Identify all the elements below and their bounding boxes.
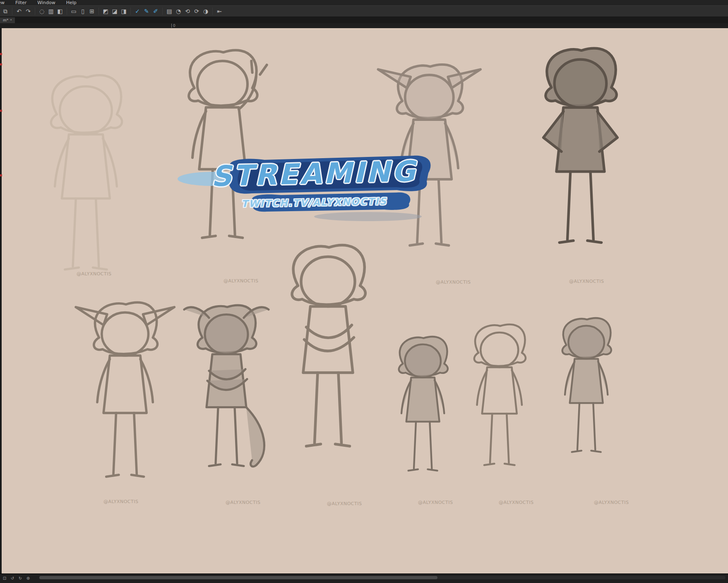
watermark: @ALYXNOCTIS <box>594 500 629 505</box>
modified-dot-icon: • <box>10 17 12 23</box>
diagonal-square-b-icon[interactable]: ◪ <box>110 7 119 16</box>
rotate-cw-icon[interactable]: ⟳ <box>192 7 201 16</box>
rotate-cw-icon[interactable]: ↻ <box>17 575 24 582</box>
toolbar-separator <box>12 7 12 15</box>
character-sketch-10 <box>544 288 627 507</box>
status-bar: ⊡ ↺ ↻ ⊕ <box>0 573 728 583</box>
banner-title: STREAMING <box>190 154 439 193</box>
diagonal-square-a-icon[interactable]: ◩ <box>101 7 110 16</box>
horizontal-scrollbar[interactable] <box>39 576 726 579</box>
red-marker <box>0 110 2 112</box>
undo-icon[interactable]: ↶ <box>14 7 24 16</box>
dotted-circle-icon[interactable]: ◌ <box>37 7 46 16</box>
watermark: @ALYXNOCTIS <box>327 501 362 506</box>
character-sketch-9 <box>455 304 542 511</box>
character-sketch-6 <box>68 298 180 513</box>
document-tab-label: m* <box>3 17 8 23</box>
grid-square-icon[interactable]: ▥ <box>46 7 55 16</box>
red-marker <box>0 63 2 65</box>
red-marker <box>0 174 2 176</box>
toolbar-separator <box>99 7 99 15</box>
toolbar-separator <box>212 7 213 15</box>
horizontal-scrollbar-thumb[interactable] <box>39 576 437 579</box>
watermark: @ALYXNOCTIS <box>499 500 533 505</box>
fit-view-icon[interactable]: ⊡ <box>1 575 8 582</box>
overlap-windows-icon[interactable]: ⧉ <box>1 7 10 16</box>
streaming-banner: STREAMING TWITCH.TV/ALYXNOCTIS <box>190 152 438 229</box>
rotate-ccw-icon[interactable]: ↺ <box>9 575 16 582</box>
crop-frame-icon[interactable]: ▭ <box>69 7 78 16</box>
tall-frame-icon[interactable]: ▯ <box>78 7 87 16</box>
character-sketch-5 <box>265 219 389 509</box>
watermark: @ALYXNOCTIS <box>226 500 260 505</box>
grid-frame-icon[interactable]: ⊞ <box>87 7 96 16</box>
dock-arrow-icon[interactable]: ⇤ <box>215 7 224 16</box>
character-sketch-4 <box>519 41 639 286</box>
zoom-icon[interactable]: ⊕ <box>25 575 31 582</box>
toolbar-separator <box>130 7 131 15</box>
red-marker <box>0 53 2 55</box>
character-sketch-7 <box>176 288 275 513</box>
watermark: @ALYXNOCTIS <box>77 271 111 277</box>
redo-icon[interactable]: ↷ <box>24 7 33 16</box>
left-edge <box>0 28 2 573</box>
document-tab[interactable]: m* • <box>0 17 15 23</box>
watermark: @ALYXNOCTIS <box>569 279 604 284</box>
half-circle-icon[interactable]: ◑ <box>201 7 210 16</box>
rotate-ccw-icon[interactable]: ⟲ <box>183 7 192 16</box>
snap-ruler-icon[interactable]: ✓ <box>133 7 142 16</box>
menu-window[interactable]: Window <box>37 0 55 5</box>
toolbar-separator <box>162 7 163 15</box>
character-sketch-1 <box>25 62 145 319</box>
app-window: View Filter Window Help ⧉ ↶ ↷ ◌ ▥ ◧ ▭ ▯ … <box>0 0 728 583</box>
watermark: @ALYXNOCTIS <box>103 499 138 504</box>
menu-help[interactable]: Help <box>66 0 77 5</box>
tab-strip: m* • <box>0 17 728 23</box>
shaded-square-icon[interactable]: ◧ <box>55 7 65 16</box>
ruler-strip: 0 <box>0 23 728 28</box>
diagonal-square-c-icon[interactable]: ◨ <box>119 7 128 16</box>
ruler-origin-label: 0 <box>171 24 175 28</box>
menu-view[interactable]: View <box>0 0 5 5</box>
toolbar: ⧉ ↶ ↷ ◌ ▥ ◧ ▭ ▯ ⊞ ◩ ◪ ◨ ✓ ✎ ✐ ▤ ◔ ⟲ ⟳ ◑ … <box>0 5 728 17</box>
document-icon[interactable]: ▤ <box>165 7 174 16</box>
snap-grid-icon[interactable]: ✐ <box>151 7 160 16</box>
menu-bar: View Filter Window Help <box>0 0 728 5</box>
watermark: @ALYXNOCTIS <box>223 278 258 284</box>
character-sketch-8 <box>381 325 464 507</box>
snap-special-ruler-icon[interactable]: ✎ <box>142 7 151 16</box>
canvas[interactable]: STREAMING TWITCH.TV/ALYXNOCTIS @ALYXNOCT… <box>2 28 728 573</box>
menu-filter[interactable]: Filter <box>15 0 26 5</box>
clock-icon[interactable]: ◔ <box>174 7 183 16</box>
toolbar-separator <box>67 7 67 15</box>
watermark: @ALYXNOCTIS <box>418 500 453 505</box>
watermark: @ALYXNOCTIS <box>436 279 471 285</box>
toolbar-separator <box>35 7 35 15</box>
